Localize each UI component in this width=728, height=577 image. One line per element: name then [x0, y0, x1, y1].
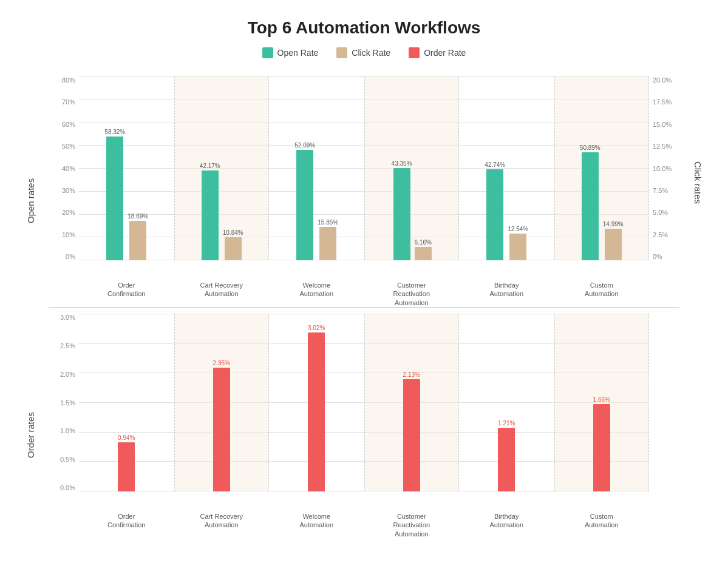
y-tick: 3.0%	[49, 314, 75, 321]
y-tick: 1.0%	[49, 427, 75, 434]
bar-rect-tan	[129, 221, 146, 260]
bar-group: 42.17%10.84%	[174, 76, 270, 260]
y-tick: 60%	[49, 121, 75, 128]
y-tick: 0.0%	[49, 484, 75, 491]
col-border	[174, 76, 270, 260]
y-tick-right: 2.5%	[653, 231, 679, 238]
x-axis-label: OrderConfirmation	[79, 278, 174, 307]
bar-rect-tan	[509, 234, 526, 260]
click-rate-label: Click Rate	[352, 48, 390, 58]
bar-value-label: 15.85%	[318, 219, 338, 226]
bottom-y-ticks-left: 0.0%0.5%1.0%1.5%2.0%2.5%3.0%	[49, 314, 79, 510]
x-axis-label: WelcomeAutomation	[269, 510, 364, 538]
bar-value-label: 2.13%	[403, 371, 420, 378]
top-y-ticks-left: 0%10%20%30%40%50%60%70%80%	[49, 76, 79, 278]
bar-value-label: 12.54%	[508, 226, 528, 232]
bar-rect-red	[593, 404, 610, 491]
bottom-right-y-spacer	[679, 314, 716, 538]
click-rate-bar: 15.85%	[318, 219, 338, 260]
bar-rect-red	[403, 379, 420, 491]
bar-group: 1.66%	[554, 314, 650, 491]
y-tick: 0%	[49, 253, 75, 260]
order-rate-swatch	[409, 47, 420, 58]
x-axis-label: WelcomeAutomation	[269, 278, 364, 307]
legend-click-rate: Click Rate	[336, 47, 390, 58]
bar-rect-green	[582, 152, 599, 260]
y-tick: 70%	[49, 98, 75, 106]
chart-separator	[49, 307, 679, 308]
x-axis-label: Cart RecoveryAutomation	[174, 510, 270, 538]
y-tick: 0.5%	[49, 456, 75, 463]
bar-rect-green	[486, 169, 503, 260]
x-axis-label: OrderConfirmation	[79, 510, 174, 538]
open-rate-bar: 52.09%	[294, 142, 315, 260]
bar-value-label: 2.35%	[213, 360, 230, 366]
open-rate-swatch	[262, 47, 273, 58]
bar-rect-red	[308, 332, 325, 491]
bar-rect-green	[393, 168, 410, 260]
y-tick-right: 20.0%	[653, 76, 679, 84]
bar-group: 0.94%	[79, 314, 174, 491]
bar-rect-red	[118, 442, 135, 491]
x-axis-label: BirthdayAutomation	[459, 278, 554, 307]
open-rate-bar: 50.89%	[580, 144, 600, 260]
bottom-bars-region: 0.94%2.35%3.02%2.13%1.21%1.66%	[79, 314, 649, 510]
bottom-bars-inner: 0.94%2.35%3.02%2.13%1.21%1.66%	[79, 314, 649, 491]
bar-value-label: 50.89%	[580, 144, 600, 151]
y-tick: 2.0%	[49, 371, 75, 378]
bar-value-label: 3.02%	[308, 325, 325, 331]
click-rate-swatch	[336, 47, 347, 58]
top-y-axis-left-label: Open rates	[12, 76, 49, 307]
top-chart-area: 0%10%20%30%40%50%60%70%80% 58.32%18.69%4…	[49, 76, 679, 307]
y-tick: 50%	[49, 143, 75, 150]
bar-value-label: 6.16%	[415, 239, 432, 246]
bar-group: 50.89%14.99%	[554, 76, 650, 260]
bottom-chart: Order rates 0.0%0.5%1.0%1.5%2.0%2.5%3.0%…	[12, 314, 716, 538]
bar-value-label: 18.69%	[128, 213, 148, 220]
bottom-chart-area: 0.0%0.5%1.0%1.5%2.0%2.5%3.0% 0.94%2.35%3…	[49, 314, 679, 538]
open-rate-bar: 42.74%	[485, 161, 505, 260]
bottom-chart-inner: 0.0%0.5%1.0%1.5%2.0%2.5%3.0% 0.94%2.35%3…	[49, 314, 679, 510]
order-rate-bar: 0.94%	[118, 434, 135, 491]
top-chart-inner: 0%10%20%30%40%50%60%70%80% 58.32%18.69%4…	[49, 76, 679, 278]
bar-group: 42.74%12.54%	[459, 76, 554, 260]
order-rate-bar: 1.21%	[498, 420, 515, 491]
click-rate-bar: 14.99%	[603, 221, 624, 260]
bar-group: 3.02%	[269, 314, 364, 491]
open-rate-bar: 43.35%	[392, 160, 412, 260]
bar-value-label: 0.94%	[118, 434, 135, 441]
y-tick-right: 0%	[653, 253, 679, 260]
bar-value-label: 52.09%	[294, 142, 315, 149]
top-y-axis-right-label: Click rates	[679, 76, 716, 307]
legend: Open Rate Click Rate Order Rate	[12, 47, 716, 58]
order-rate-bar: 1.66%	[593, 396, 610, 491]
top-chart: Open rates 0%10%20%30%40%50%60%70%80% 58…	[12, 76, 716, 307]
bar-rect-tan	[605, 229, 622, 260]
chart-title: Top 6 Automation Workflows	[12, 18, 716, 38]
bar-group: 43.35%6.16%	[364, 76, 460, 260]
page: Top 6 Automation Workflows Open Rate Cli…	[0, 0, 728, 550]
bar-group: 2.35%	[174, 314, 270, 491]
bar-rect-tan	[225, 237, 242, 260]
y-tick: 80%	[49, 76, 75, 84]
bottom-y-axis-label: Order rates	[12, 314, 49, 538]
y-tick: 2.5%	[49, 342, 75, 349]
bar-value-label: 10.84%	[223, 229, 243, 236]
legend-open-rate: Open Rate	[262, 47, 319, 58]
bar-value-label: 42.74%	[485, 161, 505, 168]
bar-value-label: 14.99%	[603, 221, 624, 228]
click-rate-bar: 18.69%	[128, 213, 148, 260]
top-x-labels: OrderConfirmationCart RecoveryAutomation…	[49, 278, 679, 307]
top-bars-region: 58.32%18.69%42.17%10.84%52.09%15.85%43.3…	[79, 76, 649, 278]
order-rate-bar: 2.13%	[403, 371, 420, 491]
order-rate-bar: 2.35%	[213, 360, 230, 491]
bar-rect-green	[106, 137, 123, 260]
y-tick-right: 5.0%	[653, 209, 679, 216]
y-tick-right: 15.0%	[653, 121, 679, 128]
click-rate-bar: 6.16%	[415, 239, 432, 260]
click-rate-bar: 10.84%	[223, 229, 243, 260]
bar-group: 2.13%	[364, 314, 460, 491]
x-axis-label: BirthdayAutomation	[459, 510, 554, 538]
bar-group: 1.21%	[459, 314, 554, 491]
open-rate-bar: 42.17%	[200, 163, 220, 260]
